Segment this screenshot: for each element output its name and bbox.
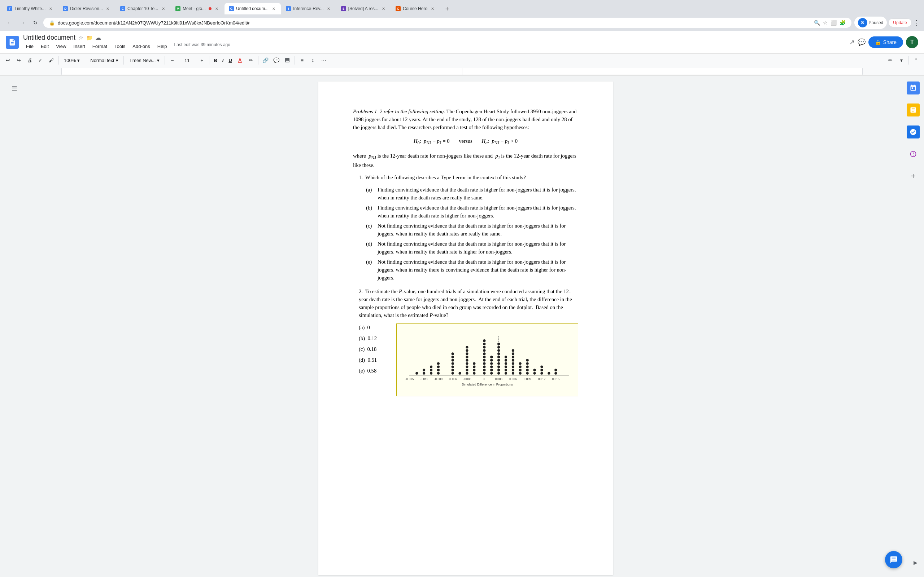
tab-close-8[interactable]: ✕	[430, 6, 435, 11]
tab-untitled-doc[interactable]: G Untitled docum... ✕	[225, 3, 281, 15]
duet-icon[interactable]	[907, 148, 920, 161]
user-avatar[interactable]: T	[906, 36, 918, 48]
cloud-icon: ☁	[95, 34, 101, 41]
menu-edit[interactable]: Edit	[38, 42, 52, 50]
q2-option-b: (b) 0.12	[359, 334, 388, 342]
underline-button[interactable]: U	[226, 56, 234, 64]
q1-option-b: (b) Finding convincing evidence that the…	[366, 204, 578, 220]
tasks-icon[interactable]	[907, 126, 920, 139]
tab-meet[interactable]: M Meet - grx... ✕	[171, 3, 224, 15]
svg-point-37	[483, 372, 485, 374]
line-spacing-button[interactable]: ↕	[308, 55, 318, 65]
more-options-icon[interactable]: ⋮	[913, 19, 920, 27]
menu-file[interactable]: File	[23, 42, 36, 50]
tab-close-6[interactable]: ✕	[326, 6, 332, 11]
font-size-plus-button[interactable]: +	[197, 55, 207, 65]
print-button[interactable]: 🖨	[24, 55, 35, 65]
menu-tools[interactable]: Tools	[111, 42, 128, 50]
italic-button[interactable]: I	[220, 56, 226, 64]
doc-content-area[interactable]: Problems 1–2 refer to the following sett…	[29, 76, 902, 577]
q1-label-a: (a)	[366, 186, 375, 201]
doc-page[interactable]: Problems 1–2 refer to the following sett…	[318, 82, 613, 575]
tab-close-7[interactable]: ✕	[380, 6, 386, 11]
tab-solved[interactable]: S [Solved] A res... ✕	[337, 3, 391, 15]
extensions-icon[interactable]: 🧩	[840, 20, 846, 26]
style-dropdown[interactable]: Normal text ▾	[87, 56, 121, 64]
reload-button[interactable]: ↻	[30, 18, 40, 28]
tab-didier[interactable]: D Didier Revision... ✕	[58, 3, 115, 15]
page-outline-icon[interactable]: ☰	[11, 84, 17, 92]
tab-close-2[interactable]: ✕	[105, 6, 111, 11]
image-toolbar-button[interactable]	[282, 55, 292, 65]
tab-close-5[interactable]: ✕	[271, 6, 276, 11]
menu-help[interactable]: Help	[155, 42, 170, 50]
notes-icon[interactable]	[907, 103, 920, 116]
tab-title-1: Timothy White...	[15, 6, 45, 11]
add-panel-icon[interactable]	[907, 169, 920, 182]
star-icon[interactable]: ☆	[78, 34, 83, 41]
back-button[interactable]: ←	[4, 18, 15, 28]
align-button[interactable]: ≡	[297, 55, 307, 65]
font-color-button[interactable]: A	[235, 55, 245, 65]
svg-text:-0.006: -0.006	[449, 377, 457, 381]
zoom-dropdown[interactable]: 100% ▾	[61, 56, 82, 64]
pen-mode-button[interactable]: ✏	[885, 55, 895, 65]
send-icon[interactable]: ⬜	[830, 20, 837, 26]
menu-format[interactable]: Format	[89, 42, 110, 50]
comment-toolbar-button[interactable]: 💬	[271, 55, 281, 65]
tab-close-4[interactable]: ✕	[214, 6, 220, 11]
ruler-track	[61, 68, 863, 75]
menu-addons[interactable]: Add-ons	[129, 42, 153, 50]
menu-insert[interactable]: Insert	[70, 42, 88, 50]
assist-button[interactable]	[885, 551, 902, 568]
tab-title-4: Meet - grx...	[183, 6, 206, 11]
tab-inference[interactable]: I Inference-Rev... ✕	[281, 3, 336, 15]
doc-title-text[interactable]: Untitled document	[23, 34, 76, 42]
trend-icon[interactable]: ↗	[849, 38, 855, 46]
bold-button[interactable]: B	[212, 56, 219, 64]
folder-icon[interactable]: 📁	[86, 35, 92, 41]
tab-close-1[interactable]: ✕	[48, 6, 53, 11]
svg-point-18	[437, 369, 439, 371]
menu-view[interactable]: View	[53, 42, 69, 50]
expand-button[interactable]: ▶	[909, 557, 921, 568]
svg-point-87	[490, 365, 493, 368]
q1-option-c: (c) Not finding convincing evidence that…	[366, 222, 578, 238]
comment-icon[interactable]: 💬	[858, 38, 866, 46]
toolbar-divider-5	[209, 56, 209, 64]
svg-point-69	[526, 362, 529, 364]
paint-format-button[interactable]: 🖌	[46, 55, 56, 65]
paused-badge[interactable]: S Paused	[855, 16, 887, 29]
undo-button[interactable]: ↩	[3, 55, 13, 65]
address-input[interactable]: 🔒 docs.google.com/document/d/12AN2h07QWW…	[43, 18, 851, 28]
spellcheck-button[interactable]: ✓	[36, 55, 45, 65]
forward-button[interactable]: →	[17, 18, 27, 28]
share-button[interactable]: 🔒 Share	[868, 36, 903, 48]
pen-dropdown-button[interactable]: ▾	[896, 55, 906, 65]
font-dropdown[interactable]: Times New... ▾	[126, 56, 163, 64]
svg-point-101	[533, 372, 536, 374]
docs-header-actions: ↗ 💬 🔒 Share T	[849, 36, 918, 48]
more-toolbar-button[interactable]: ⋯	[319, 55, 329, 65]
calendar-icon[interactable]	[907, 82, 920, 95]
panel-divider-4	[909, 165, 918, 165]
tab-close-3[interactable]: ✕	[160, 6, 166, 11]
tab-timothy[interactable]: T Timothy White... ✕	[3, 3, 58, 15]
bookmark-icon[interactable]: ☆	[823, 20, 828, 26]
new-tab-button[interactable]: +	[442, 3, 452, 15]
redo-button[interactable]: ↪	[14, 55, 24, 65]
update-button[interactable]: Update	[888, 18, 912, 27]
q1-text-b: Finding convincing evidence that the dea…	[378, 204, 578, 220]
font-size-minus-button[interactable]: −	[167, 55, 177, 65]
paused-label: Paused	[869, 20, 884, 25]
collapse-button[interactable]: ⌃	[911, 55, 921, 65]
svg-point-44	[483, 349, 485, 351]
highlight-button[interactable]: ✏	[246, 55, 256, 65]
font-size-input[interactable]	[178, 58, 196, 63]
link-button[interactable]: 🔗	[261, 55, 271, 65]
tab-favicon-3: C	[120, 6, 125, 11]
tab-chapter10[interactable]: C Chapter 10 Te... ✕	[116, 3, 170, 15]
tab-favicon-2: D	[63, 6, 68, 11]
svg-point-102	[533, 369, 536, 371]
tab-coursehero[interactable]: C Course Hero ✕	[391, 3, 439, 15]
